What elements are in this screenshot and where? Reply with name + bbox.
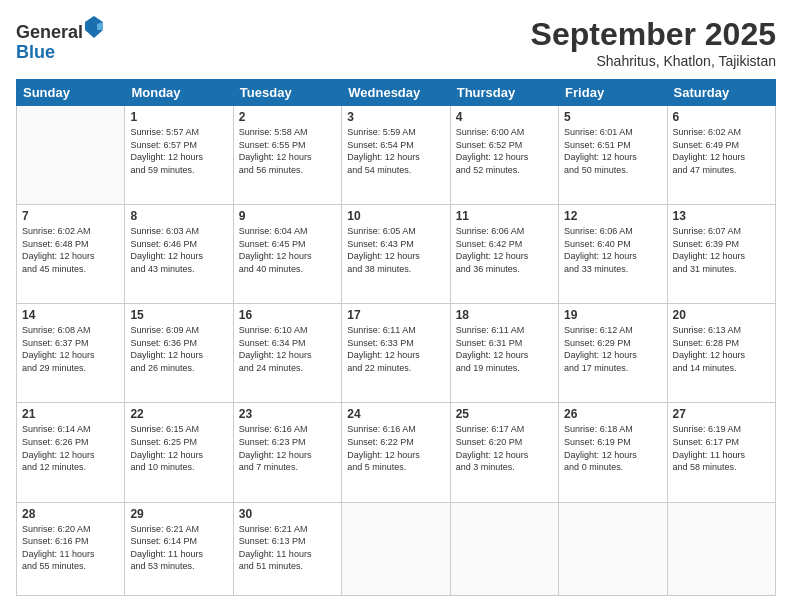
logo-text: General	[16, 16, 103, 43]
day-info: Sunrise: 5:58 AM Sunset: 6:55 PM Dayligh…	[239, 126, 336, 176]
calendar-cell: 20Sunrise: 6:13 AM Sunset: 6:28 PM Dayli…	[667, 304, 775, 403]
day-info: Sunrise: 6:16 AM Sunset: 6:23 PM Dayligh…	[239, 423, 336, 473]
day-info: Sunrise: 6:05 AM Sunset: 6:43 PM Dayligh…	[347, 225, 444, 275]
weekday-header-sunday: Sunday	[17, 80, 125, 106]
calendar-week-0: 1Sunrise: 5:57 AM Sunset: 6:57 PM Daylig…	[17, 106, 776, 205]
weekday-header-tuesday: Tuesday	[233, 80, 341, 106]
location: Shahritus, Khatlon, Tajikistan	[531, 53, 776, 69]
day-number: 15	[130, 308, 227, 322]
calendar-cell: 10Sunrise: 6:05 AM Sunset: 6:43 PM Dayli…	[342, 205, 450, 304]
calendar-cell	[342, 502, 450, 595]
day-info: Sunrise: 6:10 AM Sunset: 6:34 PM Dayligh…	[239, 324, 336, 374]
day-info: Sunrise: 6:15 AM Sunset: 6:25 PM Dayligh…	[130, 423, 227, 473]
day-number: 12	[564, 209, 661, 223]
logo-icon	[85, 16, 103, 38]
calendar-cell: 13Sunrise: 6:07 AM Sunset: 6:39 PM Dayli…	[667, 205, 775, 304]
day-number: 9	[239, 209, 336, 223]
day-number: 20	[673, 308, 770, 322]
calendar-table: SundayMondayTuesdayWednesdayThursdayFrid…	[16, 79, 776, 596]
day-number: 21	[22, 407, 119, 421]
calendar-cell: 17Sunrise: 6:11 AM Sunset: 6:33 PM Dayli…	[342, 304, 450, 403]
day-number: 25	[456, 407, 553, 421]
calendar-cell: 1Sunrise: 5:57 AM Sunset: 6:57 PM Daylig…	[125, 106, 233, 205]
day-number: 16	[239, 308, 336, 322]
day-number: 13	[673, 209, 770, 223]
day-number: 29	[130, 507, 227, 521]
day-number: 19	[564, 308, 661, 322]
day-info: Sunrise: 6:00 AM Sunset: 6:52 PM Dayligh…	[456, 126, 553, 176]
day-info: Sunrise: 6:16 AM Sunset: 6:22 PM Dayligh…	[347, 423, 444, 473]
calendar-cell: 11Sunrise: 6:06 AM Sunset: 6:42 PM Dayli…	[450, 205, 558, 304]
calendar-cell: 4Sunrise: 6:00 AM Sunset: 6:52 PM Daylig…	[450, 106, 558, 205]
logo-blue: Blue	[16, 42, 55, 62]
day-number: 26	[564, 407, 661, 421]
day-info: Sunrise: 6:21 AM Sunset: 6:13 PM Dayligh…	[239, 523, 336, 573]
day-number: 28	[22, 507, 119, 521]
day-info: Sunrise: 6:13 AM Sunset: 6:28 PM Dayligh…	[673, 324, 770, 374]
day-info: Sunrise: 6:03 AM Sunset: 6:46 PM Dayligh…	[130, 225, 227, 275]
calendar-week-1: 7Sunrise: 6:02 AM Sunset: 6:48 PM Daylig…	[17, 205, 776, 304]
logo: General Blue	[16, 16, 103, 63]
day-number: 27	[673, 407, 770, 421]
day-number: 5	[564, 110, 661, 124]
calendar-cell: 8Sunrise: 6:03 AM Sunset: 6:46 PM Daylig…	[125, 205, 233, 304]
calendar-cell: 25Sunrise: 6:17 AM Sunset: 6:20 PM Dayli…	[450, 403, 558, 502]
day-info: Sunrise: 5:59 AM Sunset: 6:54 PM Dayligh…	[347, 126, 444, 176]
calendar-cell	[559, 502, 667, 595]
calendar-cell: 12Sunrise: 6:06 AM Sunset: 6:40 PM Dayli…	[559, 205, 667, 304]
title-block: September 2025 Shahritus, Khatlon, Tajik…	[531, 16, 776, 69]
day-number: 11	[456, 209, 553, 223]
day-number: 14	[22, 308, 119, 322]
day-number: 30	[239, 507, 336, 521]
weekday-header-thursday: Thursday	[450, 80, 558, 106]
day-info: Sunrise: 6:11 AM Sunset: 6:33 PM Dayligh…	[347, 324, 444, 374]
calendar-cell	[450, 502, 558, 595]
weekday-header-saturday: Saturday	[667, 80, 775, 106]
calendar-cell: 23Sunrise: 6:16 AM Sunset: 6:23 PM Dayli…	[233, 403, 341, 502]
calendar-cell: 9Sunrise: 6:04 AM Sunset: 6:45 PM Daylig…	[233, 205, 341, 304]
calendar-cell: 26Sunrise: 6:18 AM Sunset: 6:19 PM Dayli…	[559, 403, 667, 502]
calendar-cell: 29Sunrise: 6:21 AM Sunset: 6:14 PM Dayli…	[125, 502, 233, 595]
calendar-week-4: 28Sunrise: 6:20 AM Sunset: 6:16 PM Dayli…	[17, 502, 776, 595]
calendar-cell: 18Sunrise: 6:11 AM Sunset: 6:31 PM Dayli…	[450, 304, 558, 403]
weekday-header-row: SundayMondayTuesdayWednesdayThursdayFrid…	[17, 80, 776, 106]
calendar-cell: 7Sunrise: 6:02 AM Sunset: 6:48 PM Daylig…	[17, 205, 125, 304]
day-number: 24	[347, 407, 444, 421]
day-info: Sunrise: 6:08 AM Sunset: 6:37 PM Dayligh…	[22, 324, 119, 374]
calendar-cell: 24Sunrise: 6:16 AM Sunset: 6:22 PM Dayli…	[342, 403, 450, 502]
calendar-cell: 22Sunrise: 6:15 AM Sunset: 6:25 PM Dayli…	[125, 403, 233, 502]
day-info: Sunrise: 6:20 AM Sunset: 6:16 PM Dayligh…	[22, 523, 119, 573]
day-info: Sunrise: 6:11 AM Sunset: 6:31 PM Dayligh…	[456, 324, 553, 374]
day-info: Sunrise: 6:06 AM Sunset: 6:42 PM Dayligh…	[456, 225, 553, 275]
day-info: Sunrise: 6:12 AM Sunset: 6:29 PM Dayligh…	[564, 324, 661, 374]
logo-blue-text: Blue	[16, 43, 103, 63]
day-number: 23	[239, 407, 336, 421]
day-info: Sunrise: 6:09 AM Sunset: 6:36 PM Dayligh…	[130, 324, 227, 374]
calendar-cell: 27Sunrise: 6:19 AM Sunset: 6:17 PM Dayli…	[667, 403, 775, 502]
calendar-cell	[667, 502, 775, 595]
calendar-cell: 14Sunrise: 6:08 AM Sunset: 6:37 PM Dayli…	[17, 304, 125, 403]
day-info: Sunrise: 6:06 AM Sunset: 6:40 PM Dayligh…	[564, 225, 661, 275]
day-number: 1	[130, 110, 227, 124]
day-number: 6	[673, 110, 770, 124]
weekday-header-wednesday: Wednesday	[342, 80, 450, 106]
calendar-cell: 15Sunrise: 6:09 AM Sunset: 6:36 PM Dayli…	[125, 304, 233, 403]
calendar-week-3: 21Sunrise: 6:14 AM Sunset: 6:26 PM Dayli…	[17, 403, 776, 502]
logo-general: General	[16, 22, 83, 42]
day-info: Sunrise: 6:02 AM Sunset: 6:48 PM Dayligh…	[22, 225, 119, 275]
calendar-cell: 5Sunrise: 6:01 AM Sunset: 6:51 PM Daylig…	[559, 106, 667, 205]
day-info: Sunrise: 6:02 AM Sunset: 6:49 PM Dayligh…	[673, 126, 770, 176]
calendar-cell: 21Sunrise: 6:14 AM Sunset: 6:26 PM Dayli…	[17, 403, 125, 502]
day-info: Sunrise: 5:57 AM Sunset: 6:57 PM Dayligh…	[130, 126, 227, 176]
day-info: Sunrise: 6:21 AM Sunset: 6:14 PM Dayligh…	[130, 523, 227, 573]
calendar-week-2: 14Sunrise: 6:08 AM Sunset: 6:37 PM Dayli…	[17, 304, 776, 403]
day-info: Sunrise: 6:04 AM Sunset: 6:45 PM Dayligh…	[239, 225, 336, 275]
calendar-cell	[17, 106, 125, 205]
header: General Blue September 2025 Shahritus, K…	[16, 16, 776, 69]
day-info: Sunrise: 6:17 AM Sunset: 6:20 PM Dayligh…	[456, 423, 553, 473]
day-number: 4	[456, 110, 553, 124]
day-number: 18	[456, 308, 553, 322]
calendar-cell: 19Sunrise: 6:12 AM Sunset: 6:29 PM Dayli…	[559, 304, 667, 403]
day-info: Sunrise: 6:19 AM Sunset: 6:17 PM Dayligh…	[673, 423, 770, 473]
day-number: 8	[130, 209, 227, 223]
